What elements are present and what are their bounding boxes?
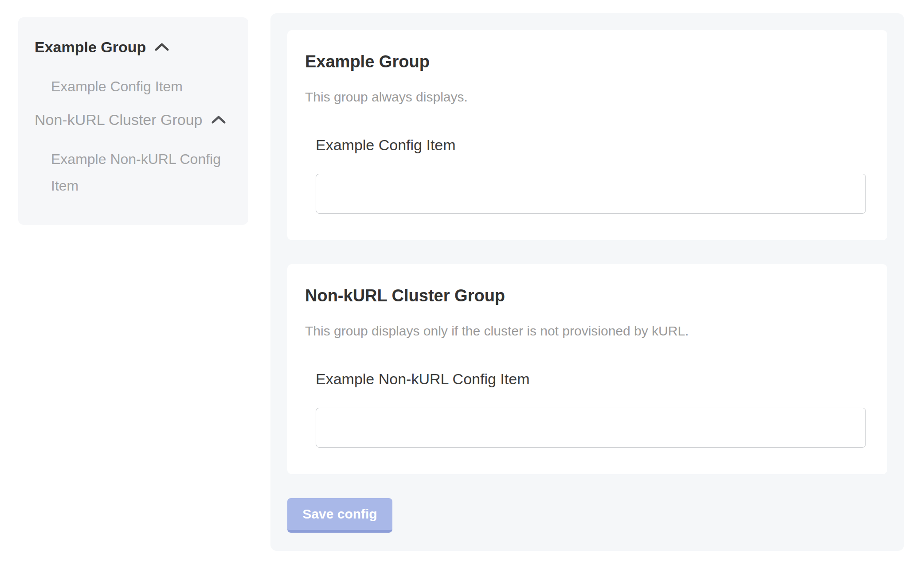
config-main-panel: Example Group This group always displays… [270, 13, 904, 551]
group-description: This group always displays. [305, 88, 866, 106]
group-title: Example Group [305, 51, 866, 72]
sidebar-item-example-non-kurl-config-item[interactable]: Example Non-kURL Config Item [51, 146, 228, 199]
config-group-card-non-kurl-cluster-group: Non-kURL Cluster Group This group displa… [287, 264, 887, 474]
chevron-up-icon [211, 115, 227, 125]
example-config-item-input[interactable] [316, 174, 866, 214]
chevron-up-icon [154, 42, 170, 52]
group-description: This group displays only if the cluster … [305, 322, 866, 340]
config-item: Example Non-kURL Config Item [316, 369, 866, 448]
example-non-kurl-config-item-input[interactable] [316, 408, 866, 448]
sidebar-group-label: Non-kURL Cluster Group [35, 109, 203, 130]
config-group-card-example-group: Example Group This group always displays… [287, 30, 887, 240]
config-item-label: Example Non-kURL Config Item [316, 369, 866, 389]
save-config-button[interactable]: Save config [287, 498, 392, 533]
config-item: Example Config Item [316, 135, 866, 214]
sidebar-group-example-group[interactable]: Example Group [35, 37, 232, 57]
sidebar-group-non-kurl-cluster-group[interactable]: Non-kURL Cluster Group [35, 109, 232, 130]
sidebar-item-example-config-item[interactable]: Example Config Item [51, 73, 228, 100]
sidebar-group-label: Example Group [35, 37, 146, 57]
config-nav-sidebar: Example Group Example Config Item Non-kU… [18, 17, 248, 225]
config-item-label: Example Config Item [316, 135, 866, 155]
group-title: Non-kURL Cluster Group [305, 285, 866, 306]
